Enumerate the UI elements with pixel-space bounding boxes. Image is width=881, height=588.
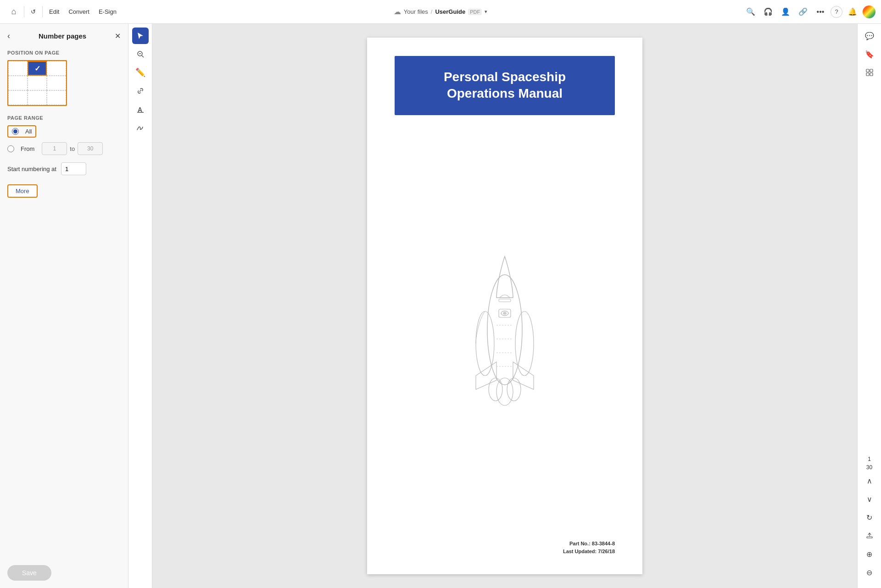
number-pages-panel: ‹ Number pages ✕ POSITION ON PAGE ✓: [0, 24, 128, 588]
comments-button[interactable]: 💬: [861, 28, 878, 44]
main-layout: ‹ Number pages ✕ POSITION ON PAGE ✓: [0, 24, 881, 588]
filetype-badge: PDF: [468, 9, 482, 15]
pdf-footer: Part No.: 83-3844-8 Last Updated: 7/26/1…: [395, 531, 615, 556]
rocket-illustration: [447, 129, 562, 531]
zoom-tool[interactable]: [132, 46, 149, 62]
position-bot-right[interactable]: [47, 90, 66, 105]
check-icon: ✓: [34, 64, 40, 73]
zoom-out-button[interactable]: ⊖: [861, 564, 878, 581]
all-radio-label: All: [25, 128, 32, 135]
share-button[interactable]: 🔗: [796, 5, 810, 19]
link-tool[interactable]: [132, 83, 149, 99]
filename-label: UserGuide: [435, 8, 465, 15]
bell-button[interactable]: 🔔: [845, 5, 860, 19]
page-range-group: All From to: [7, 125, 121, 155]
svg-rect-20: [870, 69, 873, 72]
svg-rect-22: [870, 73, 873, 76]
svg-point-5: [487, 275, 522, 385]
filename-dropdown[interactable]: ▾: [485, 9, 487, 15]
bookmarks-button[interactable]: 🔖: [861, 46, 878, 62]
zoom-in-button[interactable]: ⊕: [861, 546, 878, 562]
nav-convert-button[interactable]: Convert: [64, 6, 94, 18]
nav-esign-button[interactable]: E-Sign: [94, 6, 121, 18]
scroll-down-button[interactable]: ∨: [861, 491, 878, 507]
more-menu-button[interactable]: •••: [813, 5, 828, 19]
svg-point-8: [515, 311, 534, 376]
position-top-center[interactable]: ✓: [28, 61, 47, 76]
svg-point-7: [476, 311, 494, 376]
position-grid[interactable]: ✓: [7, 60, 67, 106]
save-button[interactable]: Save: [7, 565, 51, 581]
position-label: POSITION ON PAGE: [7, 50, 121, 55]
svg-rect-18: [499, 299, 511, 302]
range-to-input[interactable]: [78, 142, 103, 155]
pdf-viewer[interactable]: Personal Spaceship Operations Manual: [152, 24, 857, 588]
pdf-title-line2: Operations Manual: [404, 85, 606, 102]
pdf-page: Personal Spaceship Operations Manual: [367, 38, 642, 574]
user-avatar[interactable]: [863, 6, 875, 18]
save-section: Save: [0, 558, 128, 588]
help-button[interactable]: ?: [831, 6, 842, 18]
position-mid-right[interactable]: [47, 76, 66, 90]
nav-edit-button[interactable]: Edit: [45, 6, 64, 18]
account-button[interactable]: 👤: [778, 5, 793, 19]
position-mid-left[interactable]: [8, 76, 28, 90]
export-button[interactable]: [861, 527, 878, 544]
svg-point-17: [503, 312, 507, 315]
svg-line-1: [142, 55, 144, 57]
page-start-number: 1: [868, 456, 871, 462]
right-sidebar: 💬 🔖 1 30 ∧ ∨ ↻ ⊕ ⊖: [857, 24, 881, 588]
all-radio-input[interactable]: [12, 128, 19, 135]
refresh-button[interactable]: ↻: [861, 509, 878, 526]
panel-close-button[interactable]: ✕: [115, 32, 121, 40]
range-from-input[interactable]: [42, 142, 67, 155]
pdf-part-no: Part No.: 83-3844-8: [395, 540, 615, 548]
all-radio-item[interactable]: All: [7, 125, 36, 138]
position-top-right[interactable]: [47, 61, 66, 76]
panel-back-button[interactable]: ‹: [7, 31, 10, 41]
from-radio-label: From: [21, 145, 34, 152]
position-bot-left[interactable]: [8, 90, 28, 105]
top-navigation: ⌂ ↺ Edit Convert E-Sign ☁ Your files / U…: [0, 0, 881, 24]
from-radio-item[interactable]: From to: [7, 142, 121, 155]
pdf-title-line1: Personal Spaceship: [404, 69, 606, 85]
pdf-last-updated: Last Updated: 7/26/18: [395, 548, 615, 556]
tool-sidebar: ✏️ A: [128, 24, 152, 588]
page-range-label: PAGE RANGE: [7, 115, 121, 121]
nav-divider: [24, 6, 24, 17]
right-sidebar-bottom: 1 30 ∧ ∨ ↻ ⊕ ⊖: [861, 456, 878, 584]
start-number-input[interactable]: [61, 162, 86, 175]
pdf-title-box: Personal Spaceship Operations Manual: [395, 56, 615, 115]
range-to-label: to: [70, 145, 75, 152]
position-mid-center[interactable]: [28, 76, 47, 90]
more-button[interactable]: More: [7, 184, 38, 198]
text-tool[interactable]: A: [132, 101, 149, 117]
scroll-up-button[interactable]: ∧: [861, 472, 878, 489]
page-end-number: 30: [866, 464, 872, 471]
start-numbering-label: Start numbering at: [7, 166, 56, 172]
position-top-left[interactable]: [8, 61, 28, 76]
panel-header: ‹ Number pages ✕: [0, 24, 128, 44]
from-radio-input[interactable]: [7, 145, 14, 152]
svg-point-9: [489, 378, 502, 401]
home-button[interactable]: ⌂: [6, 4, 22, 20]
breadcrumb-prefix: Your files: [404, 8, 428, 15]
pencil-tool[interactable]: ✏️: [132, 64, 149, 81]
svg-rect-19: [866, 69, 869, 72]
signature-tool[interactable]: [132, 119, 149, 136]
headphones-button[interactable]: 🎧: [761, 5, 775, 19]
select-tool[interactable]: [132, 28, 149, 44]
nav-breadcrumb: ☁ Your files / UserGuide PDF ▾: [394, 7, 487, 16]
nav-divider2: [42, 6, 43, 17]
position-bot-center[interactable]: [28, 90, 47, 105]
pages-button[interactable]: [861, 64, 878, 81]
breadcrumb-separator: /: [431, 8, 433, 15]
svg-rect-23: [867, 537, 872, 538]
svg-rect-21: [866, 73, 869, 76]
nav-back-button[interactable]: ↺: [26, 6, 40, 18]
search-button[interactable]: 🔍: [743, 5, 758, 19]
cloud-icon: ☁: [394, 7, 401, 16]
svg-point-10: [507, 378, 521, 401]
panel-title: Number pages: [39, 32, 86, 40]
svg-point-11: [496, 378, 513, 405]
